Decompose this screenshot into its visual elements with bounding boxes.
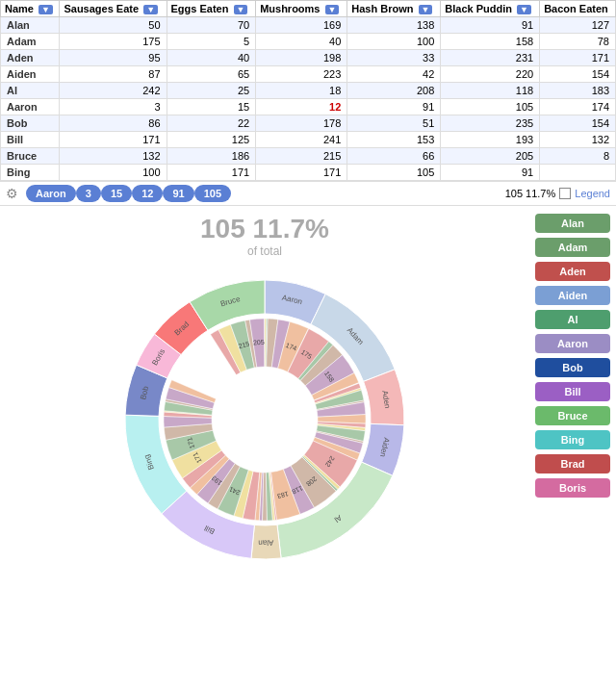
cell-value: 25 bbox=[167, 83, 256, 99]
cell-value: 91 bbox=[441, 165, 540, 181]
cell-name: Al bbox=[1, 83, 60, 99]
cell-value: 78 bbox=[540, 34, 616, 50]
cell-value: 208 bbox=[347, 83, 441, 99]
cell-name: Alan bbox=[1, 17, 60, 34]
col-sausages: Sausages Eate ▼ bbox=[60, 1, 167, 17]
legend-item-bing[interactable]: Bing bbox=[535, 430, 610, 449]
legend-item-aaron[interactable]: Aaron bbox=[535, 334, 610, 353]
legend-item-adam[interactable]: Adam bbox=[535, 238, 610, 257]
cell-value: 5 bbox=[167, 34, 256, 50]
legend-item-aiden[interactable]: Aiden bbox=[535, 286, 610, 305]
filter-pill[interactable]: 12 bbox=[132, 185, 163, 202]
cell-value: 242 bbox=[60, 83, 167, 99]
legend-item-bob[interactable]: Bob bbox=[535, 358, 610, 377]
cell-value: 12 bbox=[256, 99, 347, 115]
cell-value: 50 bbox=[60, 17, 167, 34]
cell-value: 223 bbox=[256, 66, 347, 83]
filter-pill[interactable]: 15 bbox=[101, 185, 132, 202]
filter-name-btn[interactable]: ▼ bbox=[38, 5, 53, 14]
cell-value: 22 bbox=[167, 115, 256, 132]
cell-name: Bruce bbox=[1, 148, 60, 165]
cell-value: 132 bbox=[60, 148, 167, 165]
cell-value: 138 bbox=[347, 17, 441, 34]
table-row[interactable]: Aden954019833231171 bbox=[1, 50, 616, 66]
table-row[interactable]: Aaron3151291105174 bbox=[1, 99, 616, 115]
chart-area: 105 11.7% of total 174175158242208118183… bbox=[0, 206, 529, 574]
cell-value: 40 bbox=[256, 34, 347, 50]
legend-item-al[interactable]: Al bbox=[535, 310, 610, 329]
cell-name: Bing bbox=[1, 165, 60, 181]
filter-pill[interactable]: 3 bbox=[76, 185, 101, 202]
filter-blackpudding-btn[interactable]: ▼ bbox=[517, 5, 531, 14]
table-row[interactable]: Bing10017117110591 bbox=[1, 165, 616, 181]
filter-pill[interactable]: 91 bbox=[163, 185, 193, 202]
cell-value: 231 bbox=[441, 50, 540, 66]
cell-value: 105 bbox=[347, 165, 441, 181]
cell-value: 153 bbox=[347, 132, 441, 148]
cell-name: Bob bbox=[1, 115, 60, 132]
legend-item-aden[interactable]: Aden bbox=[535, 262, 610, 281]
cell-value: 66 bbox=[347, 148, 441, 165]
filter-hashbrown-btn[interactable]: ▼ bbox=[419, 5, 433, 14]
cell-value: 105 bbox=[441, 99, 540, 115]
legend-panel: AlanAdamAdenAidenAlAaronBobBillBruceBing… bbox=[529, 206, 616, 574]
table-row[interactable]: Bill171125241153193132 bbox=[1, 132, 616, 148]
legend-label[interactable]: Legend bbox=[575, 188, 610, 199]
cell-value: 171 bbox=[540, 50, 616, 66]
donut-chart[interactable]: 174175158242208118183241193171171215205A… bbox=[111, 266, 419, 574]
col-mushrooms: Mushrooms ▼ bbox=[256, 1, 347, 17]
chart-title: 105 11.7% bbox=[200, 214, 329, 244]
col-hashbrown: Hash Brown ▼ bbox=[347, 1, 441, 17]
table-row[interactable]: Aiden876522342220154 bbox=[1, 66, 616, 83]
cell-value: 158 bbox=[441, 34, 540, 50]
cell-value: 171 bbox=[256, 165, 347, 181]
cell-value: 40 bbox=[167, 50, 256, 66]
legend-item-alan[interactable]: Alan bbox=[535, 214, 610, 233]
cell-name: Adam bbox=[1, 34, 60, 50]
cell-value: 3 bbox=[60, 99, 167, 115]
filter-pill[interactable]: 105 bbox=[194, 185, 231, 202]
cell-value: 241 bbox=[256, 132, 347, 148]
cell-value: 91 bbox=[347, 99, 441, 115]
table-row[interactable]: Alan507016913891127 bbox=[1, 17, 616, 34]
cell-value: 215 bbox=[256, 148, 347, 165]
legend-item-brad[interactable]: Brad bbox=[535, 454, 610, 473]
cell-value: 193 bbox=[441, 132, 540, 148]
cell-value: 205 bbox=[441, 148, 540, 165]
cell-value: 125 bbox=[167, 132, 256, 148]
data-table: Name ▼ Sausages Eate ▼ Eggs Eaten ▼ Mush… bbox=[0, 0, 616, 181]
cell-value: 132 bbox=[540, 132, 616, 148]
table-row[interactable]: Bob862217851235154 bbox=[1, 115, 616, 132]
main-content: 105 11.7% of total 174175158242208118183… bbox=[0, 206, 616, 574]
cell-value: 186 bbox=[167, 148, 256, 165]
table-row[interactable]: Adam17554010015878 bbox=[1, 34, 616, 50]
legend-item-bill[interactable]: Bill bbox=[535, 382, 610, 401]
cell-value: 154 bbox=[540, 115, 616, 132]
cell-value: 178 bbox=[256, 115, 347, 132]
legend-item-boris[interactable]: Boris bbox=[535, 478, 610, 498]
cell-value: 42 bbox=[347, 66, 441, 83]
cell-value: 100 bbox=[60, 165, 167, 181]
legend-checkbox[interactable] bbox=[559, 188, 571, 199]
cell-value: 100 bbox=[347, 34, 441, 50]
cell-value: 169 bbox=[256, 17, 347, 34]
filter-bar-value: 105 11.7% bbox=[505, 188, 556, 199]
cell-value: 8 bbox=[540, 148, 616, 165]
gear-icon[interactable]: ⚙ bbox=[6, 186, 18, 201]
table-row[interactable]: Bruce132186215662058 bbox=[1, 148, 616, 165]
filter-eggs-btn[interactable]: ▼ bbox=[234, 5, 248, 14]
cell-value bbox=[540, 165, 616, 181]
table-row[interactable]: Al2422518208118183 bbox=[1, 83, 616, 99]
col-blackpudding: Black Puddin ▼ bbox=[441, 1, 540, 17]
cell-value: 51 bbox=[347, 115, 441, 132]
filter-sausages-btn[interactable]: ▼ bbox=[143, 5, 158, 14]
filter-pill[interactable]: Aaron bbox=[26, 185, 76, 202]
outer-label-alan: Alan bbox=[258, 538, 273, 547]
cell-value: 95 bbox=[60, 50, 167, 66]
cell-value: 86 bbox=[60, 115, 167, 132]
filter-mushrooms-btn[interactable]: ▼ bbox=[325, 5, 340, 14]
legend-item-bruce[interactable]: Bruce bbox=[535, 406, 610, 425]
cell-value: 87 bbox=[60, 66, 167, 83]
cell-value: 154 bbox=[540, 66, 616, 83]
cell-value: 220 bbox=[441, 66, 540, 83]
